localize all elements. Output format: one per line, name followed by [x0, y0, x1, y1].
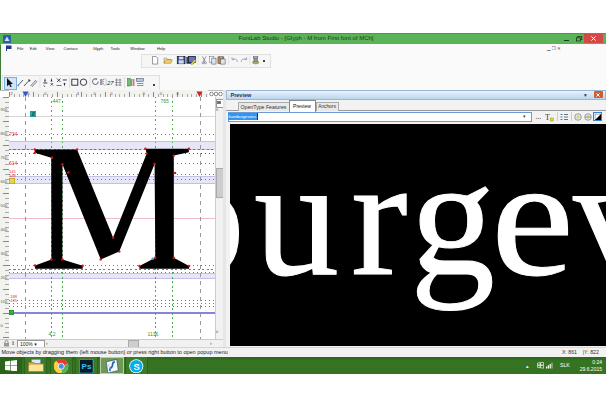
svg-text:T: T [545, 113, 550, 122]
svg-text:27: 27 [106, 80, 114, 86]
svg-text:Ps: Ps [82, 362, 92, 371]
svg-text:S: S [134, 360, 140, 371]
